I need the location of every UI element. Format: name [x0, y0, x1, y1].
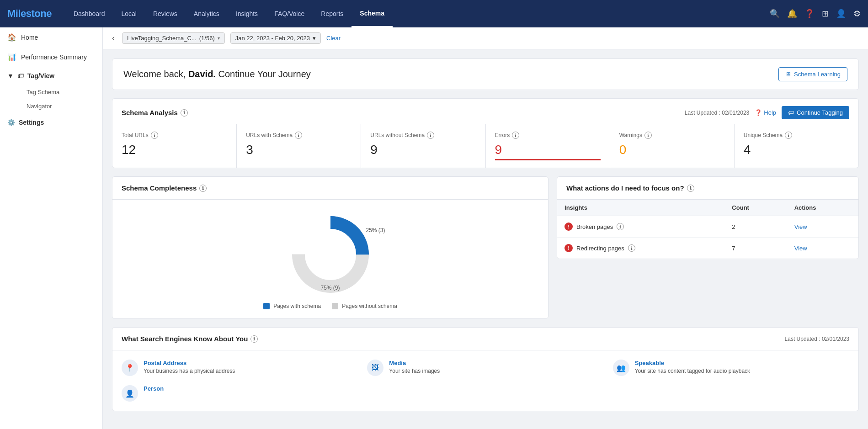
filter-date-dropdown[interactable]: Jan 22, 2023 - Feb 20, 2023 ▾ — [230, 32, 321, 44]
nav-link-dashboard[interactable]: Dashboard — [65, 0, 113, 27]
last-updated-label: Last Updated : 02/01/2023 — [685, 110, 749, 116]
clear-filter-button[interactable]: Clear — [326, 35, 341, 42]
col-header-count: Count — [724, 200, 787, 216]
error-dot-broken: ! — [564, 222, 573, 231]
col-left: Schema Completeness ℹ — [112, 176, 548, 319]
sidebar-item-home[interactable]: 🏠 Home — [0, 27, 102, 47]
tag-btn-icon: 🏷 — [788, 109, 794, 116]
stat-unique-schema-label: Unique Schema ℹ — [744, 132, 849, 139]
home-icon: 🏠 — [7, 33, 16, 42]
postal-address-title[interactable]: Postal Address — [144, 360, 235, 366]
apps-icon[interactable]: ⊞ — [822, 9, 829, 19]
urls-without-schema-info[interactable]: ℹ — [427, 132, 434, 139]
expand-arrow: ▼ — [7, 72, 14, 79]
speakable-desc: Your site has content tagged for audio p… — [635, 368, 750, 374]
se-item-person-content: Person — [144, 385, 164, 393]
stat-errors-value: 9 — [495, 143, 601, 160]
sidebar-item-tag-schema[interactable]: Tag Schema — [19, 85, 102, 99]
sidebar-section-settings[interactable]: ⚙️ Settings — [0, 113, 102, 132]
actions-info-icon[interactable]: ℹ — [687, 185, 694, 192]
nav-link-analytics[interactable]: Analytics — [186, 0, 228, 27]
table-row: ! Redirecting pages ℹ 7 View — [557, 238, 858, 259]
schema-learning-button[interactable]: 🖥 Schema Learning — [778, 67, 847, 81]
nav-icons: 🔍 🔔 ❓ ⊞ 👤 ⚙ — [770, 9, 861, 19]
help-link[interactable]: ❓ Help — [755, 109, 776, 116]
nav-link-insights[interactable]: Insights — [228, 0, 266, 27]
search-engines-info-icon[interactable]: ℹ — [250, 335, 258, 343]
dropdown-arrow: ▾ — [218, 36, 220, 41]
postal-address-desc: Your business has a physical address — [144, 368, 235, 374]
tag-icon: 🏷 — [17, 72, 24, 79]
error-dot-redirecting: ! — [564, 244, 573, 252]
sidebar-item-navigator[interactable]: Navigator — [19, 99, 102, 113]
stat-unique-schema-value: 4 — [744, 143, 849, 157]
actions-card: What actions do I need to focus on? ℹ In… — [557, 176, 859, 259]
broken-pages-info[interactable]: ℹ — [617, 223, 624, 230]
donut-label-with: 25% (3) — [366, 227, 385, 233]
actions-header: What actions do I need to focus on? ℹ — [557, 177, 858, 200]
bell-icon[interactable]: 🔔 — [787, 9, 797, 19]
actions-title: What actions do I need to focus on? — [566, 184, 684, 192]
two-column-section: Schema Completeness ℹ — [112, 176, 859, 319]
app-logo: Milestone — [7, 8, 52, 20]
postal-address-icon: 📍 — [122, 360, 138, 376]
donut-label-without: 75% (9) — [321, 285, 340, 291]
media-title[interactable]: Media — [389, 360, 440, 366]
speakable-title[interactable]: Speakable — [635, 360, 750, 366]
help-icon[interactable]: ❓ — [804, 9, 815, 19]
nav-link-reviews[interactable]: Reviews — [145, 0, 186, 27]
sidebar-section-tagview[interactable]: ▼ 🏷 Tag/View — [0, 67, 102, 85]
stat-unique-schema: Unique Schema ℹ 4 — [735, 124, 858, 168]
legend-dot-with — [263, 303, 270, 309]
sidebar-item-performance-summary[interactable]: 📊 Performance Summary — [0, 47, 102, 67]
nav-link-schema[interactable]: Schema — [351, 0, 393, 27]
view-broken-pages-link[interactable]: View — [794, 223, 807, 230]
welcome-banner: Welcome back, David. Continue Your Journ… — [112, 58, 859, 90]
schema-analysis-info-icon[interactable]: ℹ — [181, 109, 188, 117]
stat-total-urls-value: 12 — [122, 143, 227, 157]
action-broken-pages: View — [787, 216, 858, 238]
welcome-name: David. — [188, 69, 216, 79]
se-item-postal-address: 📍 Postal Address Your business has a phy… — [122, 360, 358, 376]
schema-analysis-title: Schema Analysis ℹ — [122, 109, 188, 117]
se-item-media: 🖼 Media Your site has images — [367, 360, 603, 376]
completeness-info-icon[interactable]: ℹ — [199, 185, 207, 192]
continue-tagging-button[interactable]: 🏷 Continue Tagging — [782, 106, 849, 119]
user-icon[interactable]: 👤 — [836, 9, 846, 19]
filter-date-label: Jan 22, 2023 - Feb 20, 2023 — [235, 35, 310, 42]
person-icon: 👤 — [122, 385, 138, 402]
stat-urls-with-schema-value: 3 — [246, 143, 351, 157]
nav-link-local[interactable]: Local — [113, 0, 144, 27]
filter-tag-dropdown[interactable]: LiveTagging_Schema_C... (1/56) ▾ — [122, 32, 225, 44]
media-icon: 🖼 — [367, 360, 383, 376]
se-item-speakable: 👥 Speakable Your site has content tagged… — [613, 360, 849, 376]
stat-warnings-value: 0 — [619, 143, 725, 157]
speakable-icon: 👥 — [613, 360, 629, 376]
completeness-header: Schema Completeness ℹ — [112, 177, 548, 200]
stat-urls-without-schema-value: 9 — [370, 143, 476, 157]
se-item-speakable-content: Speakable Your site has content tagged f… — [635, 360, 750, 374]
total-urls-info[interactable]: ℹ — [151, 132, 158, 139]
monitor-icon: 🖥 — [785, 71, 791, 78]
settings-icon[interactable]: ⚙ — [853, 9, 861, 19]
nav-links: Dashboard Local Reviews Analytics Insigh… — [65, 0, 770, 27]
nav-link-reports[interactable]: Reports — [313, 0, 351, 27]
urls-with-schema-info[interactable]: ℹ — [295, 132, 302, 139]
donut-chart — [289, 213, 372, 296]
redirecting-pages-info[interactable]: ℹ — [628, 244, 635, 252]
gear-icon: ⚙️ — [7, 119, 15, 126]
errors-info[interactable]: ℹ — [512, 132, 519, 139]
view-redirecting-pages-link[interactable]: View — [794, 245, 807, 252]
unique-schema-info[interactable]: ℹ — [785, 132, 792, 139]
nav-link-faqvoice[interactable]: FAQ/Voice — [266, 0, 313, 27]
person-title[interactable]: Person — [144, 385, 164, 392]
stat-total-urls-label: Total URLs ℹ — [122, 132, 227, 139]
warnings-info[interactable]: ℹ — [644, 132, 652, 139]
stat-urls-without-schema: URLs without Schema ℹ 9 — [361, 124, 485, 168]
schema-analysis-card: Schema Analysis ℹ Last Updated : 02/01/2… — [112, 98, 859, 168]
search-engines-card: What Search Engines Know About You ℹ Las… — [112, 327, 859, 411]
donut-container: 25% (3) 75% (9) Pages with schema — [112, 200, 548, 318]
back-button[interactable]: ‹ — [112, 33, 115, 43]
search-engines-grid: 📍 Postal Address Your business has a phy… — [112, 350, 858, 411]
search-icon[interactable]: 🔍 — [770, 9, 780, 19]
